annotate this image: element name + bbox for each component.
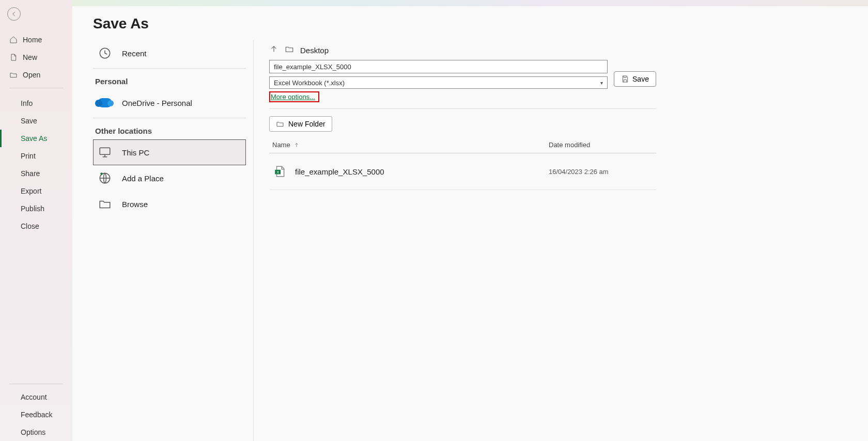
new-folder-button[interactable]: New Folder xyxy=(269,116,332,132)
folder-open-icon xyxy=(9,71,18,79)
file-icon xyxy=(9,53,18,61)
clock-icon xyxy=(97,45,113,61)
save-inputs-column: Excel Workbook (*.xlsx) ▾ More options..… xyxy=(269,60,608,102)
up-button[interactable] xyxy=(269,44,278,56)
location-onedrive-label: OneDrive - Personal xyxy=(122,99,192,107)
nav-close[interactable]: Close xyxy=(0,217,72,235)
current-path: Desktop xyxy=(300,46,329,55)
nav-options[interactable]: Options xyxy=(0,423,72,441)
new-folder-icon xyxy=(276,120,284,128)
onedrive-icon xyxy=(97,95,113,111)
nav-account[interactable]: Account xyxy=(0,388,72,406)
column-name[interactable]: Name xyxy=(272,141,549,149)
nav-info[interactable]: Info xyxy=(0,94,72,112)
nav-print[interactable]: Print xyxy=(0,147,72,165)
excel-file-icon: X xyxy=(272,164,288,179)
filetype-select-value: Excel Workbook (*.xlsx) xyxy=(274,79,345,87)
nav-new-label: New xyxy=(23,53,37,61)
nav-new[interactable]: New xyxy=(0,49,72,66)
location-this-pc-label: This PC xyxy=(122,148,149,157)
nav-save[interactable]: Save xyxy=(0,112,72,130)
save-row: Excel Workbook (*.xlsx) ▾ More options..… xyxy=(269,60,656,102)
nav-publish[interactable]: Publish xyxy=(0,200,72,217)
locations-personal-heading: Personal xyxy=(93,70,246,90)
sort-asc-icon xyxy=(293,142,300,148)
svg-rect-1 xyxy=(100,148,110,154)
nav-open[interactable]: Open xyxy=(0,66,72,84)
location-add-place[interactable]: Add a Place xyxy=(93,165,246,191)
back-button[interactable] xyxy=(7,7,21,21)
nav-open-label: Open xyxy=(23,71,40,79)
file-row[interactable]: X file_example_XLSX_5000 16/04/2023 2:26… xyxy=(269,153,656,190)
location-onedrive[interactable]: OneDrive - Personal xyxy=(93,90,246,116)
arrow-up-icon xyxy=(269,44,278,54)
nav-export[interactable]: Export xyxy=(0,182,72,200)
arrow-left-icon xyxy=(10,10,18,18)
locations-other-heading: Other locations xyxy=(93,119,246,139)
page-title: Save As xyxy=(72,6,868,37)
nav-feedback[interactable]: Feedback xyxy=(0,406,72,423)
filename-input[interactable] xyxy=(269,60,608,73)
nav-save-as[interactable]: Save As xyxy=(0,130,72,147)
this-pc-icon xyxy=(97,145,113,160)
path-row: Desktop xyxy=(269,44,656,56)
sidebar-separator xyxy=(9,88,63,88)
main-area: Save As Recent Personal OneDrive - Perso… xyxy=(72,0,868,441)
file-name: file_example_XLSX_5000 xyxy=(295,167,549,176)
svg-text:X: X xyxy=(276,170,279,175)
details-column: Desktop Excel Workbook (*.xlsx) ▾ More o… xyxy=(253,40,677,441)
home-icon xyxy=(9,36,18,44)
save-icon xyxy=(621,75,629,83)
backstage-sidebar: Home New Open Info Save Save As Print Sh… xyxy=(0,0,72,441)
content-row: Recent Personal OneDrive - Personal Othe… xyxy=(72,37,868,441)
save-button[interactable]: Save xyxy=(614,71,656,87)
filetype-select[interactable]: Excel Workbook (*.xlsx) ▾ xyxy=(269,76,608,89)
nav-home-label: Home xyxy=(23,36,42,44)
more-options-link[interactable]: More options... xyxy=(269,91,319,102)
location-recent[interactable]: Recent xyxy=(93,40,246,66)
filelist-header: Name Date modified xyxy=(269,132,656,153)
save-button-label: Save xyxy=(632,75,649,83)
file-date: 16/04/2023 2:26 am xyxy=(549,168,652,176)
location-recent-label: Recent xyxy=(122,49,147,58)
top-color-strip xyxy=(72,0,868,6)
nav-home[interactable]: Home xyxy=(0,31,72,49)
new-folder-label: New Folder xyxy=(288,120,326,128)
chevron-down-icon: ▾ xyxy=(600,80,603,86)
location-browse[interactable]: Browse xyxy=(93,191,246,217)
folder-icon xyxy=(97,196,113,212)
add-place-icon xyxy=(97,170,113,186)
location-browse-label: Browse xyxy=(122,200,148,209)
sidebar-separator-2 xyxy=(9,384,63,384)
folder-open-icon xyxy=(285,44,294,54)
location-this-pc[interactable]: This PC xyxy=(93,139,246,165)
current-folder-icon xyxy=(285,44,294,56)
locations-column: Recent Personal OneDrive - Personal Othe… xyxy=(72,37,253,441)
nav-share[interactable]: Share xyxy=(0,165,72,182)
column-date[interactable]: Date modified xyxy=(549,141,652,149)
location-add-place-label: Add a Place xyxy=(122,174,164,183)
